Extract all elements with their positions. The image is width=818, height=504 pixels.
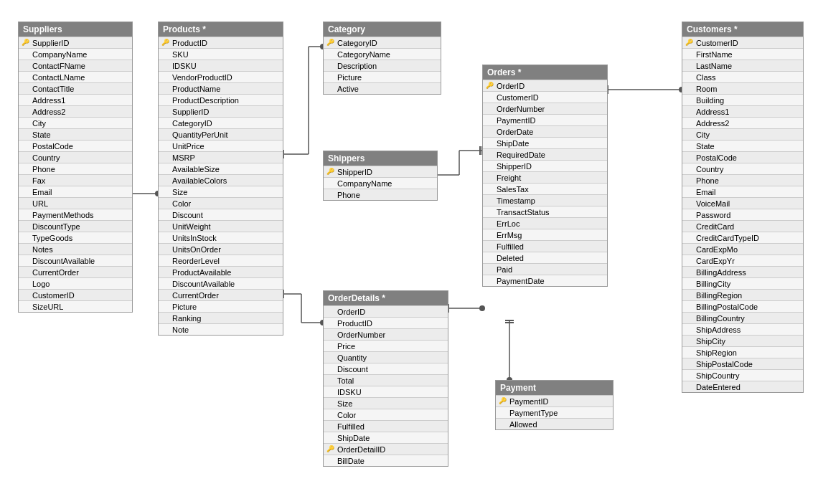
table-row: 🔑CategoryID (324, 37, 441, 48)
field-name: CurrentOrder (32, 268, 129, 277)
table-row: TransactStatus (483, 206, 607, 217)
spacer-icon (685, 108, 694, 116)
table-suppliers: Suppliers🔑SupplierIDCompanyNameContactFN… (18, 22, 133, 313)
table-row: ShipDate (324, 432, 448, 443)
spacer-icon (22, 142, 30, 151)
spacer-icon (486, 208, 494, 217)
spacer-icon (685, 268, 694, 277)
table-row: Size (324, 397, 448, 409)
spacer-icon (22, 50, 30, 59)
table-row: CustomerID (19, 289, 132, 300)
table-row: URL (19, 197, 132, 209)
key-icon: 🔑 (486, 82, 494, 90)
table-row: PaymentType (496, 406, 613, 418)
field-name: CategoryID (172, 119, 280, 128)
spacer-icon (326, 422, 335, 431)
spacer-icon (22, 222, 30, 231)
field-name: QuantityPerUnit (172, 130, 280, 139)
field-name: BillingRegion (696, 291, 800, 300)
spacer-icon (486, 231, 494, 239)
spacer-icon (499, 420, 507, 429)
field-name: BillingCity (696, 280, 800, 288)
field-name: TransactStatus (497, 208, 604, 217)
table-row: Fulfilled (324, 420, 448, 432)
field-name: PaymentMethods (32, 211, 129, 219)
field-name: FirstName (696, 50, 800, 59)
table-row: Fax (19, 174, 132, 186)
field-name: ShipperID (497, 162, 604, 171)
spacer-icon (685, 337, 694, 346)
spacer-icon (486, 128, 494, 136)
field-name: Quantity (337, 353, 445, 362)
field-name: Notes (32, 245, 129, 254)
field-name: OrderID (337, 308, 445, 316)
field-name: PostalCode (32, 142, 129, 151)
field-name: SalesTax (497, 185, 604, 194)
spacer-icon (685, 165, 694, 173)
spacer-icon (161, 280, 170, 288)
spacer-icon (161, 165, 170, 173)
spacer-icon (161, 257, 170, 265)
table-row: Discount (324, 363, 448, 374)
spacer-icon (326, 308, 335, 316)
field-name: Room (696, 85, 800, 93)
table-row: PaymentID (483, 114, 607, 125)
table-row: Timestamp (483, 194, 607, 206)
field-name: Active (337, 85, 438, 93)
table-row: ContactLName (19, 71, 132, 82)
field-name: Phone (32, 165, 129, 173)
field-name: State (32, 130, 129, 139)
spacer-icon (22, 199, 30, 208)
field-name: OrderNumber (337, 331, 445, 339)
field-name: MSRP (172, 153, 280, 162)
table-row: BillingCountry (682, 312, 803, 323)
field-name: AvailableSize (172, 165, 280, 173)
spacer-icon (326, 342, 335, 351)
field-name: CompanyName (337, 179, 434, 188)
field-name: ErrLoc (497, 219, 604, 228)
table-row: DiscountAvailable (19, 255, 132, 266)
field-name: UnitPrice (172, 142, 280, 151)
field-name: OrderDetailID (337, 445, 445, 454)
spacer-icon (161, 153, 170, 162)
spacer-icon (685, 303, 694, 311)
field-name: ProductDescription (172, 96, 280, 105)
field-name: ContactFName (32, 62, 129, 70)
table-row: ShipPostalCode (682, 358, 803, 369)
table-row: Address1 (19, 94, 132, 105)
spacer-icon (326, 457, 335, 465)
table-row: Phone (324, 189, 437, 200)
spacer-icon (685, 360, 694, 369)
spacer-icon (161, 108, 170, 116)
table-row: Notes (19, 243, 132, 255)
spacer-icon (326, 191, 335, 199)
key-icon: 🔑 (326, 445, 335, 454)
table-row: OrderNumber (324, 328, 448, 340)
table-row: AvailableSize (159, 163, 283, 174)
spacer-icon (685, 245, 694, 254)
table-row: CustomerID (483, 91, 607, 103)
spacer-icon (326, 50, 335, 59)
field-name: LastName (696, 62, 800, 70)
table-row: Freight (483, 171, 607, 183)
table-row: Total (324, 374, 448, 386)
key-icon: 🔑 (685, 39, 694, 47)
table-row: ProductDescription (159, 94, 283, 105)
table-row: ReorderLevel (159, 255, 283, 266)
spacer-icon (486, 151, 494, 159)
table-row: PostalCode (19, 140, 132, 151)
spacer-icon (685, 211, 694, 219)
table-row: ShipDate (483, 137, 607, 148)
spacer-icon (685, 325, 694, 334)
field-name: State (696, 142, 800, 151)
spacer-icon (326, 62, 335, 70)
field-name: Color (172, 199, 280, 208)
field-name: Discount (172, 211, 280, 219)
table-row: ShipperID (483, 160, 607, 171)
spacer-icon (685, 371, 694, 380)
spacer-icon (685, 257, 694, 265)
field-name: Fulfilled (337, 422, 445, 431)
field-name: CardExpYr (696, 257, 800, 265)
table-row: DiscountType (19, 220, 132, 232)
table-row: SizeURL (19, 300, 132, 312)
